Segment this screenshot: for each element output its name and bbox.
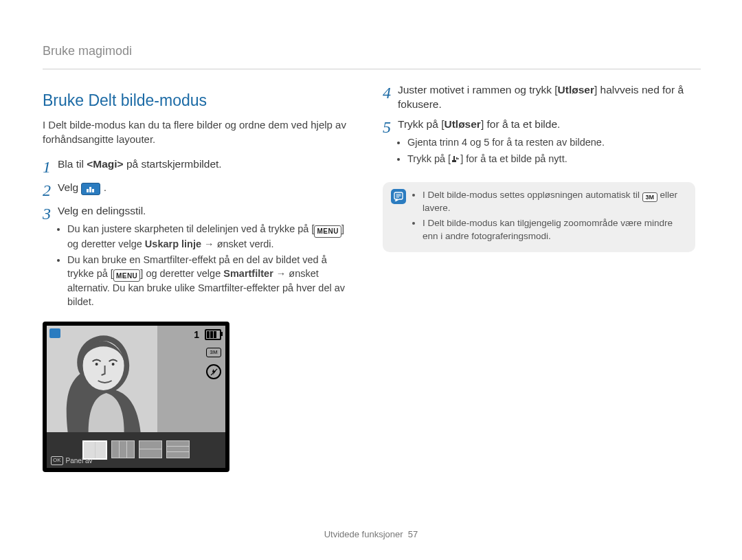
lcd-preview-right: 1 3M [157,326,225,432]
bold: Smartfilter [223,268,273,279]
step-body: Velg . [58,181,355,199]
note-list: I Delt bilde-modus settes oppløsningen a… [413,189,687,245]
step-number: 1 [43,157,58,175]
bold: Utløser [444,118,480,130]
ok-panel-label: OK Panel av [51,456,92,466]
page-number: 57 [408,529,418,539]
step2-pre: Velg [58,181,81,193]
step-1: 1 Bla til <Magi> på startskjermbildet. [43,157,355,175]
right-column: 4 Juster motivet i rammen og trykk [Utlø… [383,82,695,471]
txt: ] for å ta et bilde på nytt. [460,153,567,164]
left-column: Bruke Delt bilde-modus I Delt bilde-modu… [43,82,355,471]
menu-icon: MENU [113,269,140,282]
txt: Trykk på [ [398,118,444,130]
lcd-status-icons: 1 3M [194,328,221,380]
breadcrumb: Bruke magimodi [43,43,701,59]
step-body: Trykk på [Utløser] for å ta et bilde. Gj… [398,117,695,168]
note-item: I Delt bilde-modus kan tilgjengelig zoom… [423,217,687,242]
txt: Juster motivet i rammen og trykk [ [398,84,558,96]
svg-line-3 [210,369,216,375]
txt: ] for å ta et bilde. [481,118,560,130]
step1-pre: Bla til [58,158,87,170]
txt: ] og deretter velge [140,268,223,279]
lcd-preview-left [47,326,157,432]
step1-magi: <Magi> [87,158,123,170]
step-body: Bla til <Magi> på startskjermbildet. [58,157,355,175]
section-title: Bruke Delt bilde-modus [43,90,355,111]
intro-text: I Delt bilde-modus kan du ta flere bilde… [43,118,355,146]
arrow-icon: → [273,268,289,279]
menu-icon: MENU [314,225,341,238]
step2-post: . [104,181,106,193]
layout-2row [139,440,162,458]
shots-remaining: 1 [194,328,199,341]
svg-point-1 [95,363,98,366]
svg-point-2 [112,363,115,366]
step3-bullets: Du kan justere skarpheten til delelinjen… [58,223,355,309]
note-item: I Delt bilde-modus settes oppløsningen a… [423,189,687,214]
txt: I Delt bilde-modus settes oppløsningen a… [423,190,642,200]
flash-off-icon [206,364,221,379]
footer: Utvidede funksjoner 57 [0,528,742,541]
note-box: I Delt bilde-modus settes oppløsningen a… [383,182,695,252]
bullet: Du kan bruke en Smartfilter-effekt på en… [67,254,355,309]
step-2: 2 Velg . [43,181,355,199]
arrow-icon: → [201,238,217,249]
step5-bullets: Gjenta trinn 4 og 5 for å ta resten av b… [398,136,695,166]
txt: ønsket verdi. [217,238,274,249]
step-3: 3 Velg en delingsstil. Du kan justere sk… [43,204,355,312]
layout-3row [166,440,190,458]
step-number: 5 [383,117,398,168]
step-5: 5 Trykk på [Utløser] for å ta et bilde. … [383,117,695,168]
step-number: 3 [43,204,58,312]
retake-icon [451,154,460,164]
bold: Utløser [558,84,594,96]
split-shot-icon [81,183,100,195]
columns: Bruke Delt bilde-modus I Delt bilde-modu… [43,82,701,471]
footer-text: Utvidede funksjoner [324,529,403,539]
step-body: Juster motivet i rammen og trykk [Utløse… [398,83,695,112]
lcd-layout-row: OK Panel av [47,432,225,468]
bold: Uskarp linje [145,238,201,249]
panel-text: Panel av [66,456,93,466]
layout-3col [111,440,135,458]
page: Bruke magimodi Bruke Delt bilde-modus I … [0,0,742,560]
step-4: 4 Juster motivet i rammen og trykk [Utlø… [383,83,695,112]
ok-icon: OK [51,456,63,465]
note-icon [391,189,406,204]
step-body: Velg en delingsstil. Du kan justere skar… [58,204,355,312]
lcd-preview: 1 3M [47,326,225,432]
step-number: 4 [383,83,398,112]
bullet: Du kan justere skarpheten til delelinjen… [67,223,355,251]
camera-lcd-illustration: 1 3M [43,322,229,472]
txt: Trykk på [ [407,153,451,164]
bullet: Gjenta trinn 4 og 5 for å ta resten av b… [407,136,695,150]
face-drawing [47,326,157,432]
resolution-icon: 3M [642,192,657,202]
step3-title: Velg en delingsstil. [58,205,146,216]
battery-icon [205,329,221,340]
resolution-icon: 3M [206,348,221,357]
txt: Du kan justere skarpheten til delelinjen… [67,223,314,234]
step-number: 2 [43,181,58,199]
layout-thumbnails [82,440,190,460]
bullet: Trykk på [] for å ta et bilde på nytt. [407,153,695,166]
step1-post: på startskjermbildet. [124,158,222,170]
divider [43,69,701,69]
